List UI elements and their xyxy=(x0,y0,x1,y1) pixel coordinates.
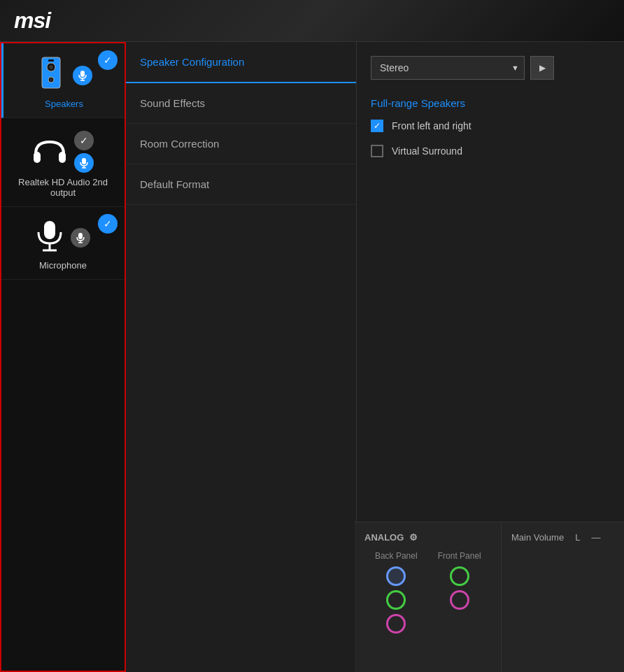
svg-rect-11 xyxy=(82,158,86,164)
svg-point-2 xyxy=(49,65,53,69)
tabs-container: Speaker Configuration Sound Effects Room… xyxy=(126,42,357,672)
main-volume-label: Main Volume xyxy=(511,532,564,543)
back-jack-pink-container xyxy=(364,614,428,634)
front-panel-label: Front Panel xyxy=(428,551,492,561)
analog-grid: Back Panel xyxy=(364,551,491,638)
analog-header: ANALOG ⚙ xyxy=(364,532,491,543)
sidebar: ✓ xyxy=(0,42,126,672)
realtek-icon-row: ✓ xyxy=(32,131,94,173)
headphone-icon xyxy=(32,136,67,168)
app-header: msi xyxy=(0,0,624,42)
gear-icon[interactable]: ⚙ xyxy=(409,532,418,543)
front-jack-green-container xyxy=(428,566,492,586)
front-lr-checkbox[interactable]: ✓ xyxy=(371,120,383,132)
microphone-label: Microphone xyxy=(39,260,87,271)
volume-header-row: Main Volume L — xyxy=(511,532,614,543)
stereo-dropdown[interactable]: Stereo Quadraphonic 5.1 Surround 7.1 Sur… xyxy=(371,56,525,80)
dropdown-wrapper: Stereo Quadraphonic 5.1 Surround 7.1 Sur… xyxy=(371,56,525,80)
back-panel-col: Back Panel xyxy=(364,551,428,638)
realtek-label: Realtek HD Audio 2nd output xyxy=(8,177,118,198)
mic-badge-realtek xyxy=(74,153,94,173)
dropdown-container: Stereo Quadraphonic 5.1 Surround 7.1 Sur… xyxy=(371,56,610,80)
back-jack-pink[interactable] xyxy=(386,614,406,634)
virtual-surround-checkbox[interactable] xyxy=(371,145,383,157)
next-arrow-button[interactable]: ▶ xyxy=(530,56,554,80)
mic-badge-microphone xyxy=(71,228,90,248)
msi-logo: msi xyxy=(14,8,50,34)
front-lr-row: ✓ Front left and right xyxy=(371,120,610,132)
svg-rect-14 xyxy=(44,221,55,239)
front-lr-label: Front left and right xyxy=(392,120,471,131)
content-area: Speaker Configuration Sound Effects Room… xyxy=(126,42,624,672)
mic-badge-speakers xyxy=(73,66,92,85)
tab-speaker-configuration[interactable]: Speaker Configuration xyxy=(126,42,356,83)
microphone-icon xyxy=(36,220,64,256)
volume-l-label: L xyxy=(575,532,580,543)
bottom-panel: ANALOG ⚙ Back Panel xyxy=(355,522,624,672)
svg-rect-9 xyxy=(34,152,41,163)
front-jack-pink-container xyxy=(428,590,492,610)
badges-col-speakers xyxy=(73,66,92,85)
svg-rect-6 xyxy=(80,71,85,77)
full-range-section-title: Full-range Speakers xyxy=(371,97,610,109)
back-jack-blue-container xyxy=(364,566,428,586)
svg-point-5 xyxy=(50,78,52,81)
badges-col-microphone: ✓ xyxy=(71,228,90,248)
check-badge-realtek: ✓ xyxy=(74,131,94,150)
badges-col-realtek: ✓ xyxy=(74,131,94,173)
virtual-surround-row: Virtual Surround xyxy=(371,145,610,157)
main-container: ✓ xyxy=(0,42,624,672)
svg-rect-3 xyxy=(48,59,54,62)
microphone-icon-row: ✓ xyxy=(36,220,90,256)
speaker-icon xyxy=(36,56,66,94)
back-jack-blue[interactable] xyxy=(386,566,406,586)
virtual-surround-label: Virtual Surround xyxy=(392,145,462,157)
main-volume-section: Main Volume L — xyxy=(502,522,624,672)
analog-label: ANALOG xyxy=(364,532,404,543)
back-panel-label: Back Panel xyxy=(364,551,428,561)
front-jack-pink[interactable] xyxy=(450,590,469,610)
front-jack-green[interactable] xyxy=(450,566,469,586)
back-jack-green-container xyxy=(364,590,428,610)
analog-section: ANALOG ⚙ Back Panel xyxy=(355,522,502,672)
sidebar-item-speakers[interactable]: ✓ xyxy=(1,43,125,118)
sidebar-item-realtek[interactable]: ✓ Realtek HD Audio 2nd output xyxy=(1,118,125,207)
tab-room-correction[interactable]: Room Correction xyxy=(126,124,356,164)
speakers-label: Speakers xyxy=(45,99,83,109)
tab-default-format[interactable]: Default Format xyxy=(126,164,356,205)
back-jack-green[interactable] xyxy=(386,590,406,610)
tab-sound-effects[interactable]: Sound Effects xyxy=(126,83,356,124)
sidebar-item-microphone[interactable]: ✓ Microphone xyxy=(1,207,125,280)
front-panel-col: Front Panel xyxy=(428,551,492,638)
volume-dash-label: — xyxy=(591,532,600,543)
svg-rect-0 xyxy=(42,57,60,88)
check-badge-microphone: ✓ xyxy=(98,214,118,234)
check-badge-speakers: ✓ xyxy=(98,50,118,70)
speakers-icon-row xyxy=(36,56,92,94)
svg-rect-10 xyxy=(59,152,66,163)
svg-rect-17 xyxy=(78,233,83,239)
